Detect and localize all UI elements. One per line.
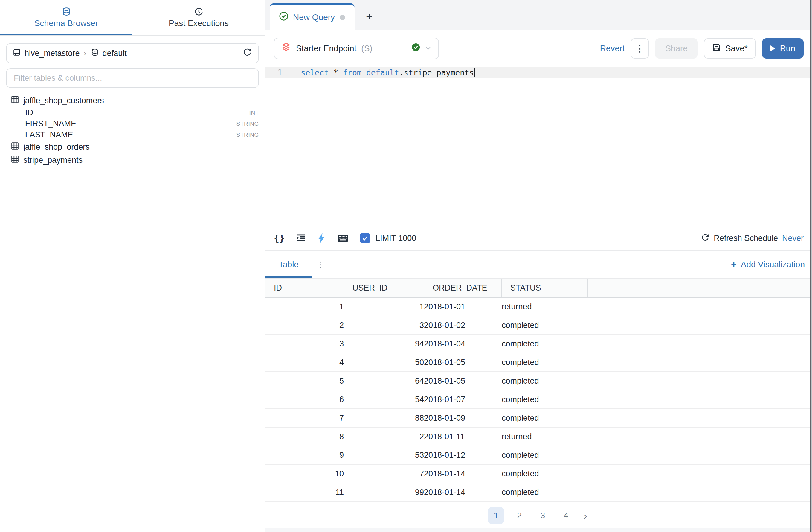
page-button-4[interactable]: 4 bbox=[558, 507, 574, 524]
indent-icon[interactable] bbox=[296, 233, 306, 243]
column-name: ID bbox=[25, 108, 249, 117]
cell-user-id: 88 bbox=[344, 409, 424, 427]
tab-past-executions[interactable]: Past Executions bbox=[132, 0, 265, 35]
cell-status: completed bbox=[502, 409, 588, 427]
refresh-schedule-value[interactable]: Never bbox=[782, 234, 803, 243]
results-header-row: ID USER_ID ORDER_DATE STATUS bbox=[265, 279, 812, 297]
cell-user-id: 50 bbox=[344, 353, 424, 372]
page-button-2[interactable]: 2 bbox=[511, 507, 527, 524]
column-type: STRING bbox=[236, 121, 260, 127]
cell-user-id: 1 bbox=[344, 297, 424, 316]
table-row: 112018-01-01returned bbox=[265, 297, 812, 316]
unsaved-changes-dot bbox=[339, 15, 345, 20]
plus-icon: + bbox=[731, 260, 737, 269]
cell-user-id: 7 bbox=[344, 464, 424, 483]
cell-order-date: 2018-01-02 bbox=[424, 316, 502, 335]
schema-icon bbox=[91, 48, 99, 59]
filter-input[interactable] bbox=[6, 68, 259, 88]
table-grid-icon bbox=[11, 142, 19, 152]
column-header-filler bbox=[588, 279, 812, 297]
column-header-order-date[interactable]: ORDER_DATE bbox=[424, 279, 502, 297]
breadcrumb-schema[interactable]: default bbox=[103, 49, 127, 58]
history-clock-icon bbox=[194, 7, 203, 16]
cell-status: returned bbox=[502, 297, 588, 316]
database-icon bbox=[62, 7, 71, 16]
endpoint-name: Starter Endpoint bbox=[296, 44, 357, 53]
sql-editor-app: Schema Browser Past Executions bbox=[0, 0, 812, 532]
column-header-user-id[interactable]: USER_ID bbox=[344, 279, 424, 297]
cell-user-id: 94 bbox=[344, 335, 424, 353]
tree-item-stripe-payments[interactable]: stripe_payments bbox=[11, 154, 260, 167]
cell-status: completed bbox=[502, 335, 588, 353]
keyboard-icon[interactable] bbox=[337, 234, 349, 243]
cell-order-date: 2018-01-05 bbox=[424, 353, 502, 372]
page-button-3[interactable]: 3 bbox=[535, 507, 551, 524]
table-grid-icon bbox=[11, 96, 19, 106]
breadcrumb-catalog[interactable]: hive_metastore bbox=[25, 49, 80, 58]
cell-order-date: 2018-01-11 bbox=[424, 427, 502, 446]
query-menu-button[interactable]: ⋮ bbox=[630, 38, 649, 59]
cell-user-id: 54 bbox=[344, 390, 424, 409]
limit-label: LIMIT 1000 bbox=[376, 234, 416, 243]
next-page-button[interactable]: › bbox=[581, 510, 589, 521]
save-button[interactable]: Save* bbox=[704, 38, 756, 59]
limit-toggle[interactable]: LIMIT 1000 bbox=[360, 233, 416, 243]
lightning-icon[interactable] bbox=[318, 233, 326, 243]
run-button-label: Run bbox=[780, 44, 795, 53]
table-row: 11992018-01-14completed bbox=[265, 483, 812, 502]
cell-status: returned bbox=[502, 427, 588, 446]
sql-editor[interactable]: 1 select * from default.stripe_payments bbox=[265, 67, 812, 226]
cell-status: completed bbox=[502, 372, 588, 390]
column-name: FIRST_NAME bbox=[25, 119, 236, 128]
add-visualization-label: Add Visualization bbox=[741, 260, 805, 269]
limit-checkbox[interactable] bbox=[360, 233, 370, 243]
endpoint-size: (S) bbox=[361, 44, 372, 53]
page-button-1[interactable]: 1 bbox=[488, 507, 504, 524]
column-type: STRING bbox=[236, 132, 260, 138]
breadcrumb-separator: › bbox=[83, 49, 87, 57]
tree-column-first-name[interactable]: FIRST_NAME STRING bbox=[11, 118, 260, 129]
table-grid-icon bbox=[11, 155, 19, 166]
cell-order-date: 2018-01-07 bbox=[424, 390, 502, 409]
results-footer-strip bbox=[265, 528, 812, 532]
query-header: Starter Endpoint (S) bbox=[265, 30, 812, 67]
add-tab-button[interactable]: + bbox=[354, 3, 384, 30]
results-table: ID USER_ID ORDER_DATE STATUS 112018-01-0… bbox=[265, 279, 812, 502]
tab-new-query-label: New Query bbox=[293, 13, 335, 22]
sql-code: select * from default.stripe_payments bbox=[289, 67, 475, 79]
tree-item-jaffle-shop-orders[interactable]: jaffle_shop_orders bbox=[11, 140, 260, 154]
revert-button[interactable]: Revert bbox=[600, 44, 625, 53]
share-button[interactable]: Share bbox=[655, 38, 698, 59]
column-header-status[interactable]: STATUS bbox=[502, 279, 588, 297]
cell-user-id: 99 bbox=[344, 483, 424, 502]
schema-tree: jaffle_shop_customers ID INT FIRST_NAME … bbox=[0, 94, 265, 167]
run-button[interactable]: Run bbox=[762, 38, 803, 59]
chevron-down-icon bbox=[424, 43, 432, 54]
tab-schema-browser[interactable]: Schema Browser bbox=[0, 0, 132, 35]
tab-new-query[interactable]: New Query bbox=[270, 3, 354, 30]
cell-id: 7 bbox=[265, 409, 344, 427]
breadcrumb[interactable]: hive_metastore › default bbox=[6, 44, 236, 63]
schema-breadcrumb: hive_metastore › default bbox=[6, 43, 259, 64]
column-name: LAST_NAME bbox=[25, 130, 236, 139]
add-visualization-button[interactable]: + Add Visualization bbox=[731, 251, 805, 278]
cell-id: 3 bbox=[265, 335, 344, 353]
column-header-id[interactable]: ID bbox=[265, 279, 344, 297]
cell-id: 10 bbox=[265, 464, 344, 483]
warehouse-stack-icon bbox=[281, 42, 291, 55]
tab-past-executions-label: Past Executions bbox=[169, 18, 229, 28]
tree-item-jaffle-shop-customers[interactable]: jaffle_shop_customers bbox=[11, 94, 260, 107]
cell-user-id: 53 bbox=[344, 446, 424, 464]
catalog-icon bbox=[13, 48, 21, 59]
cell-user-id: 3 bbox=[344, 316, 424, 335]
refresh-schema-button[interactable] bbox=[236, 44, 258, 63]
visualization-menu-button[interactable]: ⋮ bbox=[312, 251, 330, 278]
query-workspace: New Query + Starter Endpoint (S) bbox=[265, 0, 812, 532]
tree-column-id[interactable]: ID INT bbox=[11, 107, 260, 118]
cell-user-id: 64 bbox=[344, 372, 424, 390]
tree-column-last-name[interactable]: LAST_NAME STRING bbox=[11, 129, 260, 140]
endpoint-selector[interactable]: Starter Endpoint (S) bbox=[274, 38, 439, 59]
query-saved-check-icon bbox=[279, 12, 288, 23]
tab-table-visualization[interactable]: Table bbox=[265, 251, 312, 278]
format-query-icon[interactable]: {} bbox=[274, 233, 285, 243]
